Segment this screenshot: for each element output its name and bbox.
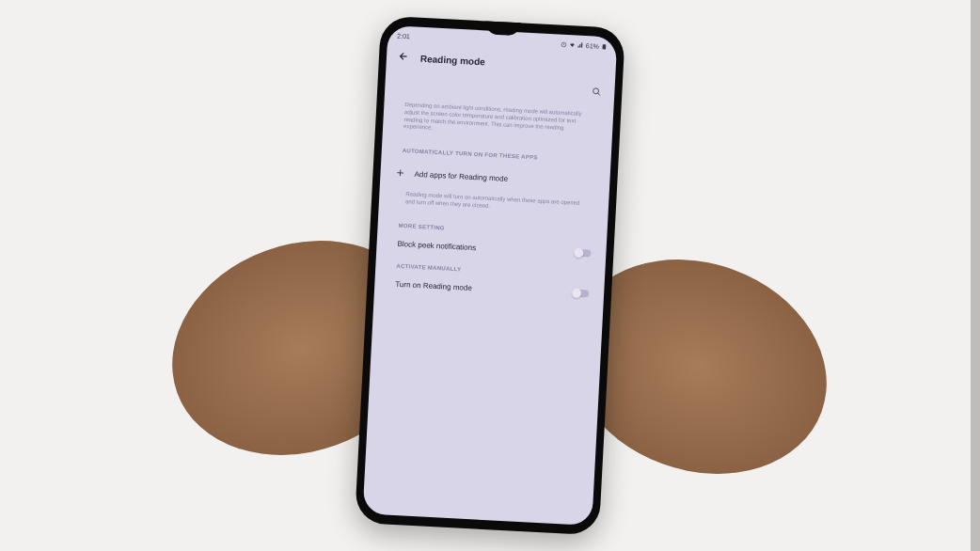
- alarm-icon: [561, 40, 567, 47]
- back-icon[interactable]: [398, 49, 410, 67]
- svg-rect-1: [603, 44, 607, 49]
- turn-on-toggle[interactable]: [574, 290, 589, 298]
- plus-icon: [395, 165, 405, 181]
- turn-on-label: Turn on Reading mode: [389, 279, 564, 297]
- status-icons: 61%: [561, 40, 608, 50]
- status-time: 2:01: [397, 32, 410, 39]
- block-peek-toggle[interactable]: [576, 249, 591, 258]
- wifi-icon: [569, 41, 576, 48]
- block-peek-label: Block peek notifications: [391, 239, 566, 257]
- page-title: Reading mode: [420, 53, 485, 67]
- search-icon[interactable]: [592, 83, 602, 100]
- add-apps-label: Add apps for Reading mode: [414, 169, 594, 187]
- battery-text: 61%: [586, 42, 599, 50]
- signal-icon: [577, 41, 584, 48]
- image-border: [971, 0, 980, 551]
- phone-screen: 2:01 61% Reading mode Depending on ambie…: [363, 25, 618, 526]
- battery-icon: [601, 42, 608, 49]
- phone-frame: 2:01 61% Reading mode Depending on ambie…: [355, 16, 625, 536]
